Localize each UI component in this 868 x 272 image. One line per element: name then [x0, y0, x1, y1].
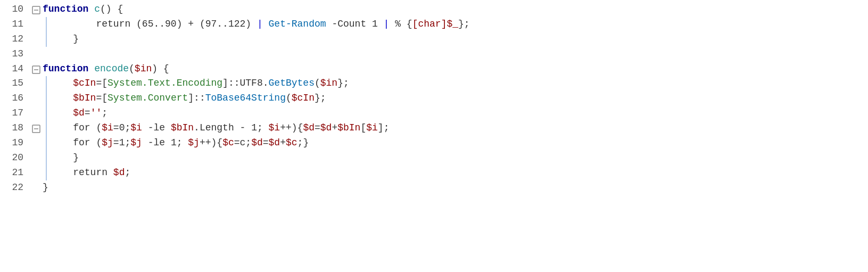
- code-line: [32, 47, 868, 62]
- token-bracket: [char]: [412, 17, 447, 32]
- token-plain: [326, 17, 332, 32]
- line-number: 11: [4, 17, 23, 32]
- token-var: $j: [102, 136, 113, 151]
- token-punct: {: [217, 136, 222, 151]
- token-var: $bIn: [73, 91, 96, 106]
- line-number: 16: [4, 91, 23, 106]
- code-line: $cIn=[System.Text.Encoding]::UTF8.GetByt…: [32, 76, 868, 91]
- indent-bar: [46, 32, 47, 47]
- code-line: function c() {: [32, 2, 868, 17]
- token-punct: +: [332, 121, 337, 136]
- token-plain: for: [73, 136, 96, 151]
- indent-bar: [46, 76, 47, 91]
- token-punct: =c;: [234, 136, 251, 151]
- token-punct: () {: [100, 2, 123, 17]
- token-var: $_: [447, 17, 458, 32]
- token-punct: =: [96, 76, 102, 91]
- fold-icon[interactable]: [32, 64, 40, 73]
- code-line: }: [32, 180, 868, 195]
- token-fn-name: c: [94, 2, 100, 17]
- token-var: $i: [130, 121, 142, 136]
- indent-bar: [46, 136, 47, 151]
- token-method: GetBytes: [269, 76, 315, 91]
- fold-icon[interactable]: [32, 123, 40, 132]
- token-fn-name: encode: [94, 62, 129, 77]
- token-punct: (: [315, 76, 320, 91]
- token-var: $bIn: [171, 121, 194, 136]
- token-punct: ) + (: [177, 17, 205, 32]
- token-var: $c: [222, 136, 234, 151]
- token-punct: };: [315, 91, 326, 106]
- token-var: $d: [251, 136, 263, 151]
- token-var: $d: [320, 121, 332, 136]
- token-var: $in: [320, 76, 337, 91]
- token-punct: }: [73, 151, 79, 166]
- line-number: 21: [4, 166, 23, 180]
- token-punct: ) {: [152, 62, 169, 77]
- token-punct: (: [96, 121, 102, 136]
- token-plain: return: [73, 166, 113, 180]
- line-number: 19: [4, 136, 23, 151]
- token-punct: ;: [125, 166, 130, 180]
- token-plain: -Count 1: [332, 17, 383, 32]
- token-punct: =: [85, 106, 90, 121]
- token-var: $i: [102, 121, 113, 136]
- token-punct: ]::UTF8.: [222, 76, 268, 91]
- line-number: 13: [4, 47, 23, 62]
- token-plain: [88, 2, 94, 17]
- indent-space: [50, 166, 73, 180]
- token-var: $d: [113, 166, 125, 180]
- token-var: $d: [303, 121, 315, 136]
- token-plain: -le 1;: [142, 136, 188, 151]
- token-punct: =: [263, 136, 269, 151]
- indent-space: [50, 17, 73, 32]
- line-number: 14: [4, 62, 23, 77]
- indent-space: [50, 106, 73, 121]
- token-punct: [: [102, 76, 108, 91]
- token-punct: ;}: [297, 136, 309, 151]
- indent-space: [50, 32, 73, 47]
- token-var: $cIn: [292, 91, 315, 106]
- line-number: 22: [4, 180, 23, 195]
- token-punct: =0;: [113, 121, 130, 136]
- line-number: 12: [4, 32, 23, 47]
- code-content: function c() { return (65..90) + (97..12…: [28, 2, 868, 270]
- token-num: 65..90: [142, 17, 177, 32]
- token-var: $i: [366, 121, 378, 136]
- token-pipe: |: [384, 17, 395, 32]
- code-line: for ($j=1;$j -le 1; $j++){$c=c;$d=$d+$c;…: [32, 136, 868, 151]
- token-var: $d: [269, 136, 280, 151]
- indent-space: [50, 136, 73, 151]
- code-editor: 10111213141516171819202122 function c() …: [0, 0, 868, 272]
- token-punct: ;: [102, 106, 108, 121]
- token-var: $in: [135, 62, 152, 77]
- token-punct: ): [245, 17, 257, 32]
- code-line: }: [32, 151, 868, 166]
- token-kw-function: function: [43, 62, 88, 77]
- code-line: return (65..90) + (97..122) | Get-Random…: [32, 17, 868, 32]
- token-method: Get-Random: [269, 17, 326, 32]
- token-var: $i: [269, 121, 280, 136]
- token-punct: +: [280, 136, 286, 151]
- token-var: $j: [130, 136, 142, 151]
- token-punct: };: [337, 76, 349, 91]
- line-number: 18: [4, 121, 23, 136]
- indent-space: [50, 151, 73, 166]
- token-punct: =: [96, 91, 102, 106]
- line-number: 15: [4, 76, 23, 91]
- fold-icon[interactable]: [32, 5, 40, 13]
- token-var: $j: [188, 136, 200, 151]
- code-line: $d='';: [32, 106, 868, 121]
- indent-bar: [46, 106, 47, 121]
- indent-bar: [46, 151, 47, 166]
- token-punct: =1;: [113, 136, 130, 151]
- token-punct: (: [286, 91, 292, 106]
- token-punct: ]::: [188, 91, 205, 106]
- code-line: function encode($in) {: [32, 62, 868, 77]
- token-plain: for: [73, 121, 96, 136]
- code-line: for ($i=0;$i -le $bIn.Length - 1; $i++){…: [32, 121, 868, 136]
- token-punct: {: [297, 121, 303, 136]
- indent-space: [50, 76, 73, 91]
- line-number-gutter: 10111213141516171819202122: [0, 2, 28, 270]
- token-string: '': [90, 106, 102, 121]
